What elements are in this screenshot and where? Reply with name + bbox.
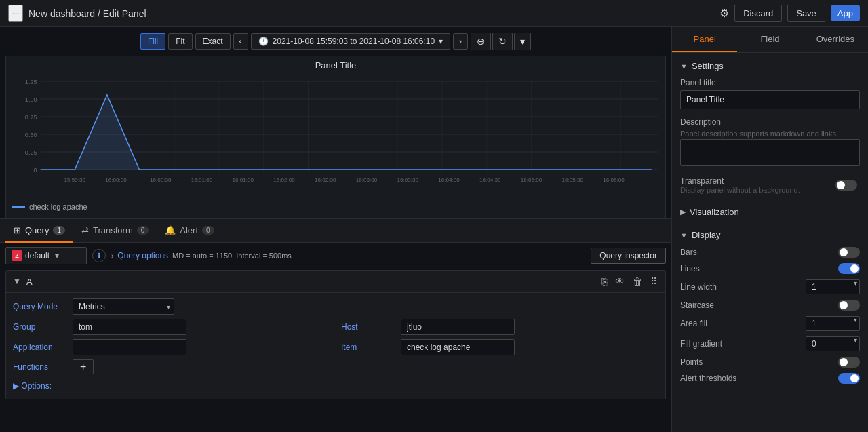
points-toggle-thumb — [840, 358, 848, 366]
line-width-select[interactable]: 123 — [806, 279, 860, 294]
save-button[interactable]: Save — [787, 5, 825, 22]
functions-row: Functions + — [13, 359, 330, 374]
transform-tab-icon: ⇄ — [81, 225, 89, 235]
svg-text:0.50: 0.50 — [25, 132, 37, 138]
query-drag-handle[interactable]: ⠿ — [649, 275, 658, 288]
bars-label: Bars — [680, 248, 697, 257]
fit-button[interactable]: Fit — [168, 33, 192, 50]
description-input[interactable] — [680, 139, 860, 166]
query-mode-row: Query Mode Metrics ▾ — [13, 298, 658, 315]
svg-text:16:05:00: 16:05:00 — [521, 177, 542, 183]
query-mode-select[interactable]: Metrics — [73, 298, 174, 315]
app-button[interactable]: App — [831, 5, 860, 21]
legend-line-icon — [12, 206, 25, 208]
time-prev-button[interactable]: ‹ — [233, 33, 248, 50]
transparent-label-group: Transparent Display panel without a back… — [680, 176, 800, 194]
query-delete-button[interactable]: 🗑 — [631, 275, 644, 288]
points-label: Points — [680, 357, 703, 367]
application-input[interactable] — [73, 339, 186, 355]
fill-gradient-select[interactable]: 01 — [806, 336, 860, 351]
query-options-bar[interactable]: › Query options MD = auto = 1150 Interva… — [111, 251, 585, 260]
display-collapse-icon[interactable]: ▼ — [680, 231, 688, 239]
query-options-meta: MD = auto = 1150 Interval = 500ms — [172, 252, 292, 260]
time-controls: Fill Fit Exact ‹ 🕐 2021-10-08 15:59:03 t… — [0, 27, 671, 56]
svg-text:16:05:30: 16:05:30 — [562, 177, 584, 183]
lines-toggle-thumb — [850, 264, 859, 273]
settings-section-title: Settings — [692, 61, 724, 71]
center-content: Fill Fit Exact ‹ 🕐 2021-10-08 15:59:03 t… — [0, 27, 671, 432]
item-label: Item — [341, 342, 395, 352]
display-options: Bars Lines Line width — [680, 247, 860, 384]
col-right: Host Item — [341, 319, 658, 378]
svg-text:0: 0 — [33, 167, 37, 174]
discard-button[interactable]: Discard — [734, 5, 782, 22]
tab-field[interactable]: Field — [737, 27, 802, 52]
datasource-name: default — [25, 251, 50, 260]
svg-text:16:04:00: 16:04:00 — [438, 177, 460, 183]
time-next-button[interactable]: › — [453, 33, 468, 50]
settings-button[interactable]: ⚙ — [719, 7, 729, 20]
fill-button[interactable]: Fill — [140, 33, 165, 50]
alert-thresholds-toggle[interactable] — [838, 373, 860, 384]
area-fill-select[interactable]: 102 — [806, 316, 860, 331]
query-tabs: ⊞ Query 1 ⇄ Transform 0 🔔 Alert 0 — [0, 218, 671, 243]
chart-legend: check log apache — [6, 200, 665, 214]
query-inspector-button[interactable]: Query inspector — [591, 248, 666, 264]
tab-alert[interactable]: 🔔 Alert 0 — [157, 218, 222, 243]
tab-transform[interactable]: ⇄ Transform 0 — [73, 218, 157, 243]
tab-query[interactable]: ⊞ Query 1 — [5, 218, 73, 243]
datasource-logo: Z — [12, 250, 22, 261]
alert-thresholds-row: Alert thresholds — [680, 373, 860, 384]
staircase-toggle[interactable] — [838, 300, 860, 311]
line-width-row: Line width 123 ▾ — [680, 279, 860, 294]
panel-title-group: Panel title — [680, 78, 860, 109]
chart-svg: 1.25 1.00 0.75 0.50 0.25 0 — [6, 75, 665, 197]
visualization-collapse-icon[interactable]: ▶ — [680, 208, 686, 216]
options-toggle[interactable]: ▶ Options: — [13, 378, 658, 393]
time-range-picker[interactable]: 🕐 2021-10-08 15:59:03 to 2021-10-08 16:0… — [251, 33, 451, 50]
lines-toggle[interactable] — [838, 263, 860, 274]
tab-panel[interactable]: Panel — [672, 27, 737, 52]
transparent-row: Transparent Display panel without a back… — [680, 176, 860, 194]
line-width-label: Line width — [680, 282, 717, 292]
query-a-collapse-icon[interactable]: ▼ — [13, 277, 21, 286]
datasource-dropdown[interactable]: Z default ▾ — [5, 247, 87, 264]
zoom-out-button[interactable]: ⊖ — [471, 33, 491, 50]
query-section: Z default ▾ ℹ › Query options MD = auto … — [0, 243, 671, 432]
svg-text:1.00: 1.00 — [25, 96, 37, 103]
back-button[interactable]: ← — [8, 5, 23, 22]
two-col-rows: Group Application Functions + — [13, 319, 658, 378]
tab-overrides[interactable]: Overrides — [803, 27, 868, 52]
area-fill-row: Area fill 102 ▾ — [680, 316, 860, 331]
settings-collapse-icon[interactable]: ▼ — [680, 62, 688, 71]
sidebar-divider-2 — [680, 224, 860, 224]
staircase-row: Staircase — [680, 300, 860, 311]
more-button[interactable]: ▾ — [514, 33, 531, 50]
line-width-select-wrapper: 123 ▾ — [806, 279, 860, 294]
settings-section-header: ▼ Settings — [680, 61, 860, 71]
panel-title-input[interactable] — [680, 90, 860, 109]
points-toggle[interactable] — [838, 357, 860, 368]
query-options-label: Query options — [117, 251, 168, 260]
transparent-toggle[interactable] — [835, 180, 857, 191]
alert-thresholds-label: Alert thresholds — [680, 374, 736, 383]
group-input[interactable] — [73, 319, 186, 335]
exact-button[interactable]: Exact — [195, 33, 231, 50]
chart-area: Panel Title 1.25 1.00 0.75 0.50 0.25 — [5, 56, 666, 218]
add-function-button[interactable]: + — [73, 359, 94, 374]
datasource-chevron-icon: ▾ — [55, 251, 59, 260]
query-hide-button[interactable]: 👁 — [614, 275, 626, 288]
query-copy-button[interactable]: ⎘ — [600, 275, 608, 288]
bars-toggle[interactable] — [838, 247, 860, 258]
display-section-header: ▼ Display — [680, 230, 860, 240]
item-input[interactable] — [401, 339, 515, 355]
sidebar-tabs: Panel Field Overrides — [672, 27, 868, 53]
host-input[interactable] — [401, 319, 515, 335]
refresh-button[interactable]: ↻ — [492, 33, 513, 50]
query-info-button[interactable]: ℹ — [92, 249, 106, 262]
alert-tab-badge: 0 — [202, 226, 214, 235]
page-title: New dashboard / Edit Panel — [28, 8, 146, 19]
chevron-down-icon: ▾ — [439, 37, 443, 46]
query-a-body: Query Mode Metrics ▾ Group — [6, 293, 665, 399]
display-section-title: Display — [692, 230, 721, 240]
